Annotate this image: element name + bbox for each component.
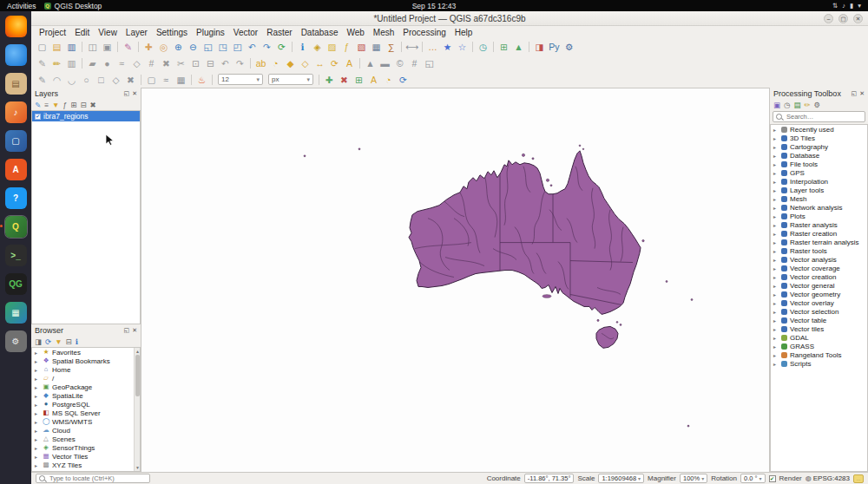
change-label-icon[interactable]: A (343, 56, 357, 70)
data-source-manager-icon[interactable]: ◨ (533, 40, 547, 54)
browser-item-mssql[interactable]: ▸ ◧ MS SQL Server (32, 409, 140, 417)
circle-annotation-icon[interactable]: ○ (80, 73, 94, 87)
label-unit-combo[interactable]: px (268, 74, 313, 85)
chevron-down-icon[interactable]: ▾ (858, 2, 861, 10)
add-polygon-feature-icon[interactable]: ▰ (86, 56, 100, 70)
flame-plugin-icon[interactable]: ♨ (195, 73, 209, 87)
expand-arrow-icon[interactable]: ▸ (35, 462, 40, 468)
expand-arrow-icon[interactable]: ▸ (35, 367, 40, 373)
expand-arrow-icon[interactable]: ▸ (773, 231, 779, 237)
processing-group-layer-tools[interactable]: ▸ Layer tools (771, 186, 867, 194)
remove-layer-icon[interactable]: ✖ (90, 101, 96, 109)
expand-arrow-icon[interactable]: ▸ (35, 358, 40, 364)
expand-arrow-icon[interactable]: ▸ (773, 179, 779, 185)
float-panel-icon[interactable]: ◱ (124, 90, 130, 97)
cut-features-icon[interactable]: ✂ (174, 56, 188, 70)
zoom-full-icon[interactable]: ◱ (201, 40, 215, 54)
rect-annotation-icon[interactable]: □ (95, 73, 108, 87)
processing-group-raster-creation[interactable]: ▸ Raster creation (771, 229, 867, 238)
rotate-label-icon[interactable]: ⟳ (328, 56, 342, 70)
locate-box[interactable] (36, 474, 150, 483)
expand-arrow-icon[interactable]: ▸ (773, 144, 779, 150)
volume-icon[interactable]: ♪ (842, 2, 845, 10)
edit-inplace-icon[interactable]: ✏ (804, 101, 810, 109)
menu-view[interactable]: View (94, 28, 122, 37)
processing-group-vector-tiles[interactable]: ▸ Vector tiles (771, 324, 867, 333)
browser-item-spatial-bookmarks[interactable]: ▸ ❖ Spatial Bookmarks (32, 356, 140, 365)
new-bookmark-icon[interactable]: ★ (441, 40, 455, 54)
maximize-button[interactable]: ▢ (838, 14, 848, 23)
ubuntu-software-icon[interactable]: A (5, 159, 27, 180)
menu-web[interactable]: Web (342, 28, 368, 37)
browser-scrollbar[interactable]: ▲ ▼ (134, 348, 140, 471)
reload-icon[interactable]: ⟳ (397, 73, 411, 87)
identify-features-icon[interactable]: ℹ (296, 40, 310, 54)
new-project-icon[interactable]: ▢ (36, 40, 49, 54)
browser-item-sensorthings[interactable]: ▸ ◈ SensorThings (32, 443, 140, 452)
qgis-icon[interactable]: Q (5, 216, 27, 238)
magnifier-spinbox[interactable]: 100% ▾ (680, 474, 707, 483)
clock[interactable]: Sep 15 12:43 (0, 2, 868, 10)
browser-item-scenes[interactable]: ▸ △ Scenes (32, 435, 140, 443)
processing-group-mesh[interactable]: ▸ Mesh (771, 194, 867, 203)
expand-arrow-icon[interactable]: ▸ (773, 196, 779, 202)
minimize-button[interactable]: – (824, 14, 833, 23)
new-print-layout-icon[interactable]: ◫ (86, 40, 100, 54)
diamond-annotation-icon[interactable]: ◇ (109, 73, 123, 87)
toggle-editing-icon[interactable]: ✏ (50, 56, 64, 70)
shape-wave-icon[interactable]: ≈ (160, 73, 174, 87)
menu-project[interactable]: Project (35, 28, 70, 37)
menu-raster[interactable]: Raster (262, 28, 296, 37)
rhythmbox-icon[interactable]: ♪ (5, 101, 27, 123)
expand-arrow-icon[interactable]: ▸ (773, 265, 779, 271)
select-by-expression-icon[interactable]: ƒ (340, 40, 354, 54)
expand-arrow-icon[interactable]: ▸ (773, 326, 779, 332)
show-bookmarks-icon[interactable]: ☆ (456, 40, 470, 54)
expand-arrow-icon[interactable]: ▸ (773, 222, 779, 228)
expand-arrow-icon[interactable]: ▸ (35, 410, 40, 416)
layer-visibility-checkbox[interactable]: ✔ (35, 114, 41, 120)
battery-icon[interactable]: ▮ (850, 2, 853, 10)
float-panel-icon[interactable]: ◱ (852, 90, 858, 97)
pan-to-selection-icon[interactable]: ◎ (157, 40, 171, 54)
processing-group-interpolation[interactable]: ▸ Interpolation (771, 177, 867, 186)
processing-group-3d-tiles[interactable]: ▸ 3D Tiles (771, 134, 867, 142)
libreoffice-writer-icon[interactable]: ▢ (5, 130, 27, 152)
refresh-browser-icon[interactable]: ⟳ (45, 337, 51, 346)
map-tips-icon[interactable]: … (426, 40, 440, 54)
menu-mesh[interactable]: Mesh (369, 28, 398, 37)
processing-group-gdal[interactable]: ▸ GDAL (771, 333, 867, 342)
expand-arrow-icon[interactable]: ▸ (35, 393, 40, 399)
new-3d-map-view-icon[interactable]: ▲ (512, 40, 526, 54)
filter-browser-icon[interactable]: ▼ (55, 337, 62, 346)
annotation-pencil-icon[interactable]: ✎ (36, 73, 49, 87)
processing-toolbox-icon[interactable]: ⚙ (562, 40, 576, 54)
browser-item-postgresql[interactable]: ▸ ● PostgreSQL (32, 400, 140, 409)
code-editor-icon[interactable]: QG (5, 273, 27, 295)
thunderbird-icon[interactable] (5, 44, 27, 66)
menu-edit[interactable]: Edit (70, 28, 94, 37)
redo-icon[interactable]: ↷ (233, 56, 247, 70)
add-selected-layers-icon[interactable]: ◨ (35, 337, 42, 346)
scroll-down-icon[interactable]: ▼ (135, 464, 141, 471)
expand-arrow-icon[interactable]: ▸ (35, 454, 40, 460)
new-map-view-icon[interactable]: ⊞ (497, 40, 511, 54)
expand-arrow-icon[interactable]: ▸ (773, 274, 779, 280)
open-project-icon[interactable]: ▤ (50, 40, 64, 54)
paste-features-icon[interactable]: ⊟ (204, 56, 218, 70)
close-panel-icon[interactable]: ✕ (859, 90, 865, 97)
label-font-size-combo[interactable]: 12 (218, 74, 263, 85)
style-manager-icon[interactable]: ✎ (122, 40, 135, 54)
copy-features-icon[interactable]: ⊡ (189, 56, 203, 70)
browser-item-home[interactable]: ▸ ⌂ Home (32, 365, 140, 374)
close-panel-icon[interactable]: ✕ (132, 90, 137, 97)
browser-item-cloud[interactable]: ▸ ☁ Cloud (32, 426, 140, 435)
measure-line-icon[interactable]: ⟷ (405, 40, 419, 54)
arc-annotation-icon[interactable]: ◡ (65, 73, 79, 87)
processing-group-network-analysis[interactable]: ▸ Network analysis (771, 203, 867, 212)
terminal-icon[interactable]: >_ (5, 245, 27, 266)
undo-icon[interactable]: ↶ (219, 56, 233, 70)
scrollbar-thumb[interactable] (135, 355, 140, 396)
highlight-pinned-labels-icon[interactable]: ◇ (299, 56, 312, 70)
settings-icon[interactable]: ⚙ (5, 330, 27, 352)
